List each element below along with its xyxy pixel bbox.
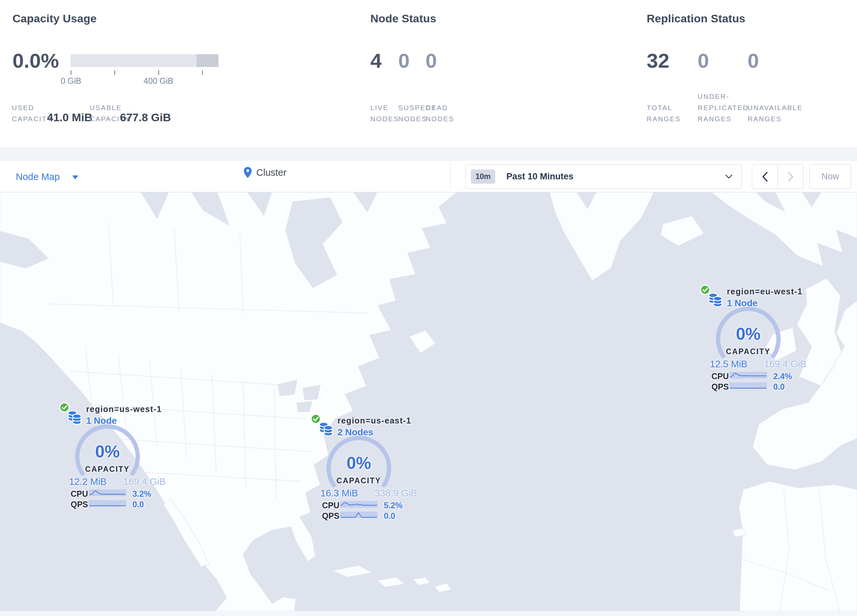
used-capacity-value: 12.5 MiB [710,359,747,370]
capacity-gauge-label: CAPACITY [71,465,144,474]
now-button[interactable]: Now [809,164,851,189]
cpu-value: 2.4% [773,372,792,381]
cpu-label: CPU [712,372,729,381]
cpu-value: 5.2% [384,501,402,510]
region-label: region=us-east-1 [337,416,411,425]
caret-down-icon [72,176,78,179]
chevron-left-icon [762,172,768,182]
cpu-value: 3.2% [132,489,151,499]
qps-label: QPS [71,500,88,509]
capacity-axis-tick [202,70,203,75]
breadcrumb-cluster[interactable]: Cluster [244,167,286,178]
capacity-axis-label-start: 0 GiB [51,76,91,86]
capacity-percent: 0% [71,442,144,461]
cpu-label: CPU [71,489,88,499]
cpu-sparkline [89,489,126,496]
capacity-axis-label-mid: 400 GiB [139,76,178,86]
qps-label: QPS [712,382,729,392]
toolbar-divider [450,163,450,190]
dead-nodes-value: 0 [425,49,437,72]
time-window-label: Past 10 Minutes [506,171,574,182]
capacity-axis-tick [71,70,71,75]
capacity-bar-reserved-segment [196,54,218,67]
unavailable-ranges-value: 0 [747,49,759,72]
unavailable-ranges-label: UNAVAILABLE RANGES [747,102,803,125]
capacity-used-percent: 0.0% [12,49,59,72]
breadcrumb-label: Cluster [256,167,286,178]
total-ranges-label: TOTAL RANGES [647,102,679,125]
capacity-percent: 0% [323,454,395,472]
cpu-sparkline [340,501,377,508]
used-capacity-value: 41.0 MiB [47,111,92,124]
region-label: region=us-west-1 [86,404,162,414]
time-pager [752,164,803,189]
qps-value: 0.0 [132,500,144,509]
region-label: region=eu-west-1 [727,287,803,296]
capacity-usage-title: Capacity Usage [12,12,97,25]
time-window-badge: 10m [471,170,495,184]
capacity-percent: 0% [712,324,784,343]
qps-sparkline [730,383,767,389]
cpu-sparkline [730,372,767,378]
page-footer-strip [0,611,857,616]
cpu-label: CPU [322,501,339,510]
suspect-nodes-value: 0 [398,49,410,72]
next-time-button[interactable] [778,165,803,188]
total-capacity-value: 169.4 GiB [123,476,166,487]
capacity-usage-bar [71,54,218,67]
total-ranges-value: 32 [647,49,669,72]
usable-capacity-value: 677.8 GiB [120,111,171,124]
prev-time-button[interactable] [752,165,778,188]
used-capacity-label: USED CAPACITY [12,102,51,125]
total-capacity-value: 169.4 GiB [764,359,806,370]
view-mode-select[interactable]: Node Map [16,170,78,184]
total-capacity-value: 338.9 GiB [374,488,417,499]
qps-sparkline [89,500,126,506]
node-status-title: Node Status [370,12,436,25]
dead-nodes-label: DEAD NODES [425,102,455,125]
capacity-gauge-label: CAPACITY [323,476,395,485]
qps-value: 0.0 [773,382,785,392]
capacity-gauge-label: CAPACITY [712,347,784,356]
node-map: region=us-west-1 1 Node 0% CAPACITY 12.2… [0,192,857,611]
chevron-right-icon [788,172,794,182]
live-nodes-value: 4 [370,49,382,72]
replication-status-title: Replication Status [647,12,745,25]
map-toolbar: Node Map Cluster 10m Past 10 Minutes Now [0,161,857,192]
cluster-summary-bar: Capacity Usage 0.0% 0 GiB 400 GiB USED C… [0,0,857,148]
used-capacity-value: 16.3 MiB [320,488,358,499]
under-replicated-ranges-label: UNDER-REPLICATED RANGES [698,91,750,125]
view-mode-label: Node Map [16,171,60,182]
under-replicated-ranges-value: 0 [698,49,709,72]
qps-value: 0.0 [384,511,395,521]
location-pin-icon [244,167,252,178]
capacity-axis-tick [114,70,115,75]
capacity-axis-tick [158,70,159,75]
qps-label: QPS [322,511,339,521]
used-capacity-value: 12.2 MiB [69,476,107,487]
time-window-select[interactable]: 10m Past 10 Minutes [465,164,742,189]
chevron-down-icon [725,174,732,179]
world-map [0,192,857,611]
live-nodes-label: LIVE NODES [370,102,397,125]
qps-sparkline [340,511,377,518]
